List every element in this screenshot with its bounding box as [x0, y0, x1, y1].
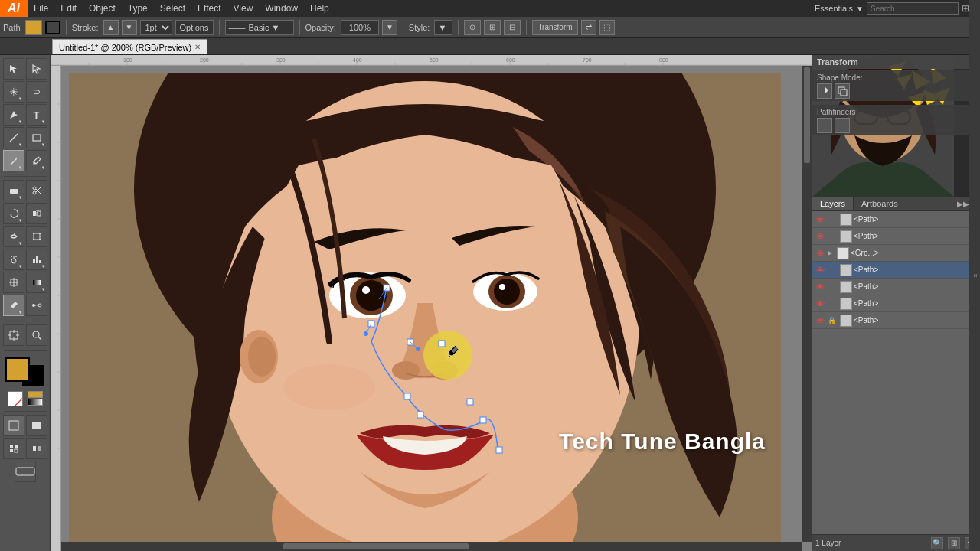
blend-tool[interactable] [26, 295, 47, 316]
rotate-tool[interactable]: ▼ [3, 203, 24, 224]
envelope-btn[interactable]: ⬚ [599, 20, 615, 35]
svg-rect-39 [10, 445, 13, 448]
fill-color-btn[interactable] [25, 20, 42, 35]
h-scrollbar[interactable] [61, 542, 802, 551]
pen-tool[interactable]: ▼ [3, 104, 24, 126]
foreground-color-box[interactable] [5, 357, 30, 382]
svg-point-28 [38, 304, 41, 307]
align-btn[interactable]: ⊟ [504, 20, 521, 35]
mesh-tool[interactable] [3, 272, 24, 293]
layer-row-7[interactable]: 👁 🔒 <Path> [812, 312, 980, 329]
pathfinder-1[interactable] [817, 118, 832, 133]
layer-vis-4[interactable]: 👁 [814, 264, 826, 276]
warp-tool[interactable]: ▼ [3, 226, 24, 247]
direct-selection-tool[interactable] [26, 58, 47, 80]
column-graph-tool[interactable]: ▼ [26, 249, 47, 270]
line-tool[interactable]: ▼ [3, 127, 24, 148]
v-scrollbar[interactable] [802, 66, 812, 542]
v-scroll-thumb[interactable] [804, 67, 810, 162]
scissors-tool[interactable] [26, 180, 47, 201]
magic-wand-tool[interactable]: ✳▼ [3, 81, 24, 103]
layer-lock-icon-7[interactable]: 🔒 [828, 317, 838, 324]
search-input[interactable] [867, 2, 959, 15]
h-scroll-thumb[interactable] [283, 543, 469, 549]
layer-vis-1[interactable]: 👁 [814, 214, 826, 226]
symbol-sprayer-tool[interactable]: ▼ [3, 249, 24, 270]
unite-btn[interactable] [817, 83, 832, 99]
opacity-dropdown-btn[interactable]: ▼ [382, 20, 397, 35]
menu-help[interactable]: Help [304, 0, 335, 17]
layer-visibility-btn[interactable] [15, 461, 36, 482]
doc-tab-main[interactable]: Untitled-1* @ 200% (RGB/Preview) ✕ [52, 39, 207, 54]
doc-tab-close[interactable]: ✕ [194, 43, 201, 51]
layers-tab[interactable]: Layers [812, 197, 854, 210]
menu-edit[interactable]: Edit [54, 0, 83, 17]
essentials-dropdown-icon[interactable]: ▼ [856, 5, 864, 13]
canvas-area[interactable]: 100 200 300 400 500 600 700 800 [51, 55, 812, 551]
stroke-down-btn[interactable]: ▼ [122, 20, 137, 35]
layer-row-2[interactable]: 👁 <Path> [812, 228, 980, 245]
layer-vis-3[interactable]: 👁 [814, 247, 826, 259]
normal-screen-btn[interactable] [3, 415, 24, 436]
style-select[interactable]: ▼ [434, 20, 452, 35]
extra-btn-1[interactable] [3, 438, 24, 459]
rect-tool[interactable]: ▼ [26, 127, 47, 148]
menu-effect[interactable]: Effect [191, 0, 227, 17]
free-transform-tool[interactable] [26, 226, 47, 247]
extra-btn-2[interactable] [26, 438, 47, 459]
opacity-value[interactable]: 100% [341, 20, 379, 35]
layer-vis-6[interactable]: 👁 [814, 298, 826, 310]
eyedropper-tool[interactable]: ▼ [3, 295, 24, 316]
menu-view[interactable]: View [227, 0, 260, 17]
artboard-tool[interactable] [3, 324, 24, 346]
artboards-tab[interactable]: Artboards [854, 197, 906, 210]
list-view-icon[interactable]: ⊞ [962, 3, 969, 14]
reflect-tool[interactable] [26, 203, 47, 224]
new-layer-btn[interactable]: ⊞ [948, 537, 960, 549]
paintbrush-tool[interactable]: ▼ [3, 150, 24, 171]
menu-object[interactable]: Object [83, 0, 122, 17]
brush-style[interactable]: ——Basic ▼ [225, 20, 294, 35]
transform-btn[interactable]: Transform [532, 20, 577, 35]
precision-btn[interactable]: ⊞ [484, 20, 501, 35]
layer-row-6[interactable]: 👁 <Path> [812, 295, 980, 312]
layer-vis-5[interactable]: 👁 [814, 281, 826, 293]
add-layer-btn[interactable]: 🔍 [931, 537, 943, 549]
tool-row-view [3, 415, 47, 436]
eraser-tool[interactable]: ▼ [3, 180, 24, 201]
minus-front-btn[interactable] [835, 83, 850, 99]
stroke-indicator[interactable] [45, 21, 60, 34]
tool-sep-1 [4, 176, 47, 177]
selection-tool[interactable] [3, 58, 24, 80]
layer-vis-2[interactable]: 👁 [814, 230, 826, 243]
stroke-up-btn[interactable]: ▲ [103, 20, 119, 35]
layer-row-3[interactable]: 👁 ▶ <Gro...> [812, 245, 980, 262]
layer-thumb-6 [840, 298, 852, 310]
gradient-tool[interactable]: ▼ [26, 272, 47, 293]
layer-vis-7[interactable]: 👁 [814, 315, 826, 327]
group-expand-btn[interactable]: ▶ [828, 249, 835, 256]
menu-type[interactable]: Type [122, 0, 154, 17]
layer-row-1[interactable]: 👁 <Path> [812, 211, 980, 228]
stroke-select[interactable]: 1pt2pt3pt [140, 20, 172, 35]
pencil-tool[interactable]: ▼ [26, 150, 47, 171]
transform-extra-btn[interactable]: ⇌ [581, 20, 596, 35]
canvas-content[interactable]: Tech Tune Bangla [61, 66, 812, 551]
zoom-tool[interactable] [26, 324, 47, 346]
full-screen-btn[interactable] [26, 415, 47, 436]
pathfinder-2[interactable] [835, 118, 850, 133]
layer-row-4[interactable]: 👁 <Path> [812, 262, 980, 279]
type-tool[interactable]: T ▼ [26, 104, 47, 126]
none-color-btn[interactable] [8, 391, 23, 406]
svg-point-35 [33, 331, 39, 337]
menu-file[interactable]: File [28, 0, 54, 17]
solid-fill-btn[interactable] [28, 391, 43, 398]
gradient-fill-btn[interactable] [28, 399, 43, 406]
panel-collapse-btn[interactable]: ≡ [972, 274, 978, 278]
menu-window[interactable]: Window [259, 0, 304, 17]
round-corners-btn[interactable]: ⊙ [464, 20, 481, 35]
stroke-options[interactable]: Options [175, 20, 214, 35]
layer-row-5[interactable]: 👁 <Path> [812, 279, 980, 295]
lasso-tool[interactable]: ⊃ [26, 81, 47, 103]
menu-select[interactable]: Select [154, 0, 191, 17]
